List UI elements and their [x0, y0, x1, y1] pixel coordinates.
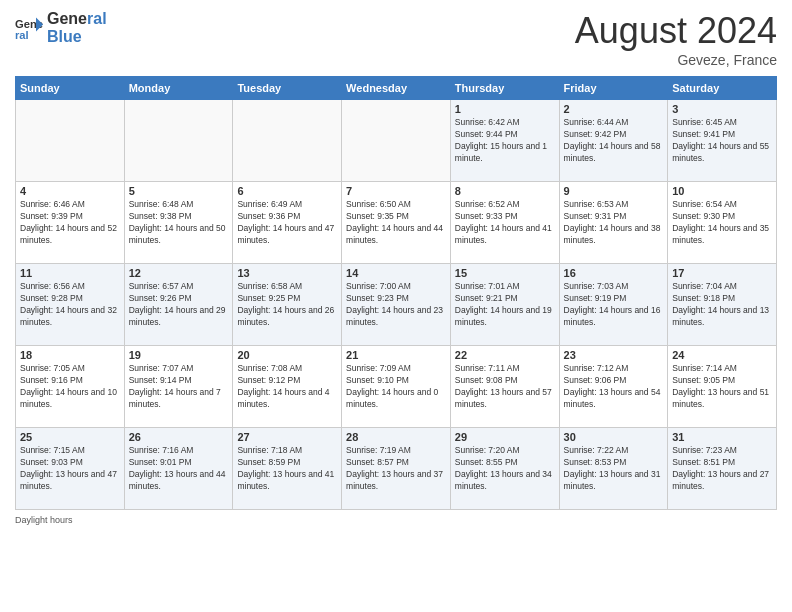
day-number: 9	[564, 185, 664, 197]
calendar-cell: 3Sunrise: 6:45 AMSunset: 9:41 PMDaylight…	[668, 100, 777, 182]
day-number: 6	[237, 185, 337, 197]
day-info: Sunrise: 7:15 AMSunset: 9:03 PMDaylight:…	[20, 445, 120, 493]
day-number: 19	[129, 349, 229, 361]
day-number: 14	[346, 267, 446, 279]
logo: Gene ral General Blue	[15, 10, 107, 45]
day-info: Sunrise: 6:49 AMSunset: 9:36 PMDaylight:…	[237, 199, 337, 247]
day-number: 28	[346, 431, 446, 443]
calendar-cell: 2Sunrise: 6:44 AMSunset: 9:42 PMDaylight…	[559, 100, 668, 182]
page-header: Gene ral General Blue August 2024 Geveze…	[15, 10, 777, 68]
day-info: Sunrise: 7:19 AMSunset: 8:57 PMDaylight:…	[346, 445, 446, 493]
calendar-cell: 29Sunrise: 7:20 AMSunset: 8:55 PMDayligh…	[450, 428, 559, 510]
calendar-cell: 12Sunrise: 6:57 AMSunset: 9:26 PMDayligh…	[124, 264, 233, 346]
day-info: Sunrise: 6:45 AMSunset: 9:41 PMDaylight:…	[672, 117, 772, 165]
calendar-cell	[124, 100, 233, 182]
calendar-footer: Daylight hours	[15, 515, 777, 525]
calendar-cell: 23Sunrise: 7:12 AMSunset: 9:06 PMDayligh…	[559, 346, 668, 428]
day-info: Sunrise: 7:05 AMSunset: 9:16 PMDaylight:…	[20, 363, 120, 411]
calendar-cell: 5Sunrise: 6:48 AMSunset: 9:38 PMDaylight…	[124, 182, 233, 264]
day-info: Sunrise: 6:57 AMSunset: 9:26 PMDaylight:…	[129, 281, 229, 329]
day-info: Sunrise: 7:12 AMSunset: 9:06 PMDaylight:…	[564, 363, 664, 411]
svg-text:ral: ral	[15, 29, 29, 41]
calendar-cell: 9Sunrise: 6:53 AMSunset: 9:31 PMDaylight…	[559, 182, 668, 264]
location: Geveze, France	[575, 52, 777, 68]
calendar-cell: 8Sunrise: 6:52 AMSunset: 9:33 PMDaylight…	[450, 182, 559, 264]
day-number: 29	[455, 431, 555, 443]
day-info: Sunrise: 7:09 AMSunset: 9:10 PMDaylight:…	[346, 363, 446, 411]
day-number: 8	[455, 185, 555, 197]
day-number: 4	[20, 185, 120, 197]
day-info: Sunrise: 6:46 AMSunset: 9:39 PMDaylight:…	[20, 199, 120, 247]
day-number: 5	[129, 185, 229, 197]
day-number: 17	[672, 267, 772, 279]
calendar-cell: 13Sunrise: 6:58 AMSunset: 9:25 PMDayligh…	[233, 264, 342, 346]
day-number: 27	[237, 431, 337, 443]
day-number: 30	[564, 431, 664, 443]
header-row: SundayMondayTuesdayWednesdayThursdayFrid…	[16, 77, 777, 100]
day-number: 12	[129, 267, 229, 279]
day-info: Sunrise: 6:44 AMSunset: 9:42 PMDaylight:…	[564, 117, 664, 165]
weekday-header: Sunday	[16, 77, 125, 100]
day-info: Sunrise: 7:20 AMSunset: 8:55 PMDaylight:…	[455, 445, 555, 493]
day-info: Sunrise: 7:01 AMSunset: 9:21 PMDaylight:…	[455, 281, 555, 329]
day-info: Sunrise: 6:48 AMSunset: 9:38 PMDaylight:…	[129, 199, 229, 247]
calendar-cell	[342, 100, 451, 182]
day-info: Sunrise: 7:07 AMSunset: 9:14 PMDaylight:…	[129, 363, 229, 411]
calendar-cell: 25Sunrise: 7:15 AMSunset: 9:03 PMDayligh…	[16, 428, 125, 510]
day-number: 13	[237, 267, 337, 279]
day-info: Sunrise: 7:08 AMSunset: 9:12 PMDaylight:…	[237, 363, 337, 411]
calendar-table: SundayMondayTuesdayWednesdayThursdayFrid…	[15, 76, 777, 510]
day-info: Sunrise: 6:42 AMSunset: 9:44 PMDaylight:…	[455, 117, 555, 165]
day-info: Sunrise: 7:23 AMSunset: 8:51 PMDaylight:…	[672, 445, 772, 493]
day-number: 25	[20, 431, 120, 443]
calendar-cell: 1Sunrise: 6:42 AMSunset: 9:44 PMDaylight…	[450, 100, 559, 182]
day-number: 3	[672, 103, 772, 115]
weekday-header: Thursday	[450, 77, 559, 100]
day-number: 16	[564, 267, 664, 279]
calendar-cell: 20Sunrise: 7:08 AMSunset: 9:12 PMDayligh…	[233, 346, 342, 428]
day-number: 20	[237, 349, 337, 361]
day-info: Sunrise: 6:50 AMSunset: 9:35 PMDaylight:…	[346, 199, 446, 247]
day-number: 1	[455, 103, 555, 115]
calendar-cell: 22Sunrise: 7:11 AMSunset: 9:08 PMDayligh…	[450, 346, 559, 428]
calendar-cell	[16, 100, 125, 182]
day-number: 7	[346, 185, 446, 197]
day-info: Sunrise: 7:22 AMSunset: 8:53 PMDaylight:…	[564, 445, 664, 493]
calendar-cell: 27Sunrise: 7:18 AMSunset: 8:59 PMDayligh…	[233, 428, 342, 510]
title-section: August 2024 Geveze, France	[575, 10, 777, 68]
calendar-cell: 31Sunrise: 7:23 AMSunset: 8:51 PMDayligh…	[668, 428, 777, 510]
day-number: 31	[672, 431, 772, 443]
day-info: Sunrise: 7:00 AMSunset: 9:23 PMDaylight:…	[346, 281, 446, 329]
day-number: 21	[346, 349, 446, 361]
calendar-cell: 16Sunrise: 7:03 AMSunset: 9:19 PMDayligh…	[559, 264, 668, 346]
day-info: Sunrise: 7:14 AMSunset: 9:05 PMDaylight:…	[672, 363, 772, 411]
calendar-cell	[233, 100, 342, 182]
calendar-cell: 6Sunrise: 6:49 AMSunset: 9:36 PMDaylight…	[233, 182, 342, 264]
day-info: Sunrise: 6:54 AMSunset: 9:30 PMDaylight:…	[672, 199, 772, 247]
logo-text-line1: General	[47, 10, 107, 28]
calendar-week-row: 4Sunrise: 6:46 AMSunset: 9:39 PMDaylight…	[16, 182, 777, 264]
calendar-cell: 28Sunrise: 7:19 AMSunset: 8:57 PMDayligh…	[342, 428, 451, 510]
day-number: 2	[564, 103, 664, 115]
calendar-cell: 21Sunrise: 7:09 AMSunset: 9:10 PMDayligh…	[342, 346, 451, 428]
day-number: 23	[564, 349, 664, 361]
weekday-header: Wednesday	[342, 77, 451, 100]
day-number: 15	[455, 267, 555, 279]
day-info: Sunrise: 7:11 AMSunset: 9:08 PMDaylight:…	[455, 363, 555, 411]
calendar-cell: 18Sunrise: 7:05 AMSunset: 9:16 PMDayligh…	[16, 346, 125, 428]
calendar-week-row: 25Sunrise: 7:15 AMSunset: 9:03 PMDayligh…	[16, 428, 777, 510]
day-info: Sunrise: 6:58 AMSunset: 9:25 PMDaylight:…	[237, 281, 337, 329]
calendar-week-row: 11Sunrise: 6:56 AMSunset: 9:28 PMDayligh…	[16, 264, 777, 346]
day-number: 24	[672, 349, 772, 361]
day-info: Sunrise: 7:04 AMSunset: 9:18 PMDaylight:…	[672, 281, 772, 329]
day-info: Sunrise: 6:56 AMSunset: 9:28 PMDaylight:…	[20, 281, 120, 329]
weekday-header: Friday	[559, 77, 668, 100]
calendar-week-row: 18Sunrise: 7:05 AMSunset: 9:16 PMDayligh…	[16, 346, 777, 428]
day-info: Sunrise: 7:03 AMSunset: 9:19 PMDaylight:…	[564, 281, 664, 329]
weekday-header: Saturday	[668, 77, 777, 100]
calendar-cell: 10Sunrise: 6:54 AMSunset: 9:30 PMDayligh…	[668, 182, 777, 264]
page-container: Gene ral General Blue August 2024 Geveze…	[0, 0, 792, 535]
day-info: Sunrise: 6:52 AMSunset: 9:33 PMDaylight:…	[455, 199, 555, 247]
day-info: Sunrise: 7:18 AMSunset: 8:59 PMDaylight:…	[237, 445, 337, 493]
calendar-cell: 11Sunrise: 6:56 AMSunset: 9:28 PMDayligh…	[16, 264, 125, 346]
